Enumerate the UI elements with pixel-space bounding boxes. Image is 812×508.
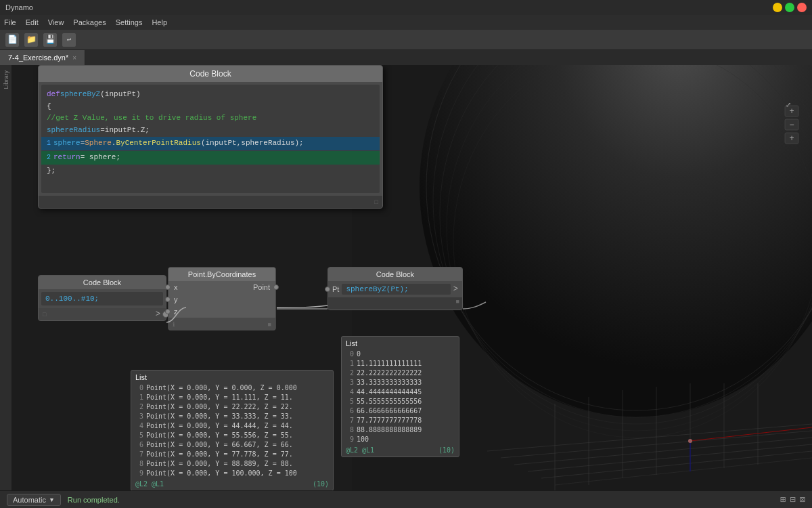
code-line-2: { <box>47 101 374 113</box>
list-val-4: 444.4444444444445 <box>346 387 455 397</box>
list-val-9: 9100 <box>346 435 455 444</box>
port-z-left <box>165 309 171 314</box>
tab-close-icon[interactable]: × <box>72 54 76 62</box>
arrow-right-icon: > <box>156 310 160 319</box>
menu-help[interactable]: Help <box>152 18 167 26</box>
port-x-left <box>165 284 171 290</box>
code-block-small[interactable]: Code Block 0..100..#10; > □ <box>38 275 166 321</box>
code-block-main-header: Code Block <box>39 66 382 82</box>
toolbar-new-icon[interactable]: 📄 <box>5 33 19 47</box>
menu-view[interactable]: View <box>48 18 64 26</box>
list-val-7: 777.7777777777778 <box>346 416 455 425</box>
code-line-5: 1 sphere = Sphere . ByCenterPointRadius … <box>41 137 380 150</box>
bottombar: Automatic ▼ Run completed. ⊞ ⊟ ⊠ <box>0 490 812 508</box>
list-values-footer-left: @L2 @L1 <box>346 446 374 454</box>
code-line-7: }; <box>47 165 374 177</box>
code-block-main-body[interactable]: def sphereByZ (inputPt) { //get Z Value,… <box>41 85 380 193</box>
list-panel-values: List 00 111.1111111111111 222.2222222222… <box>341 336 459 457</box>
list-val-8: 888.8888888888889 <box>346 425 455 435</box>
resize-handle-icon: □ <box>375 199 378 206</box>
port-z-label: z <box>174 308 178 316</box>
list-panel-points: List 0Point(X = 0.000, Y = 0.000, Z = 0.… <box>131 370 334 490</box>
bottom-layout-icon[interactable]: ⊞ <box>780 494 786 505</box>
port-x-label: x <box>174 283 178 291</box>
list-values-footer-right: (10) <box>438 446 455 454</box>
sidebar-library-label: Library <box>3 70 9 89</box>
menu-edit[interactable]: Edit <box>26 18 39 26</box>
menubar: File Edit View Packages Settings Help <box>0 15 812 30</box>
list-points-footer-left: @L2 @L1 <box>135 480 164 488</box>
pbc-resize-handle: ■ <box>268 322 271 329</box>
sphere-arrow-icon: > <box>453 284 458 294</box>
sphere-cb-footer: ■ <box>328 297 462 310</box>
list-point-0: 0Point(X = 0.000, Y = 0.000, Z = 0.000 <box>135 383 329 393</box>
code-block-sphere-header: Code Block <box>328 268 462 281</box>
node-pbc-header: Point.ByCoordinates <box>168 268 275 281</box>
list-points-footer: @L2 @L1 (10) <box>135 480 329 488</box>
port-y-left <box>165 297 171 302</box>
run-mode-dropdown[interactable]: Automatic ▼ <box>7 494 61 506</box>
bottom-view-icon[interactable]: ⊠ <box>800 494 805 505</box>
port-point-right <box>273 284 279 290</box>
menu-packages[interactable]: Packages <box>73 18 106 26</box>
list-point-3: 3Point(X = 0.000, Y = 33.333, Z = 33. <box>135 412 329 421</box>
titlebar: Dynamo <box>0 0 812 15</box>
list-val-2: 222.2222222222222 <box>346 368 455 378</box>
list-val-6: 666.6666666666667 <box>346 406 455 416</box>
status-text: Run completed. <box>68 496 120 504</box>
code-line-4: sphereRadius =inputPt.Z; <box>47 125 374 137</box>
close-button[interactable] <box>797 3 807 12</box>
maximize-button[interactable] <box>785 3 794 12</box>
menu-settings[interactable]: Settings <box>116 18 143 26</box>
pbc-row-x: x Point <box>168 281 275 293</box>
sidebar: Library <box>0 65 12 490</box>
sphere-port-label: Pt <box>332 285 339 293</box>
sphere-port-left <box>325 287 330 292</box>
svg-text:+: + <box>789 134 794 144</box>
tab-exercise[interactable]: 7-4_Exercise.dyn* × <box>0 50 85 65</box>
svg-text:−: − <box>789 121 794 130</box>
canvas[interactable]: + − + ⤢ Code Block <box>12 65 812 490</box>
pbc-info-icon: ℹ <box>173 321 175 329</box>
resize-handle-small: □ <box>43 312 46 318</box>
list-val-1: 111.1111111111111 <box>346 359 455 368</box>
toolbar-undo-icon[interactable]: ↩ <box>62 33 76 47</box>
code-block-sphere-body: Pt sphereByZ(Pt); > <box>328 281 462 297</box>
minimize-button[interactable] <box>773 3 782 12</box>
node-point-by-coordinates[interactable]: Point.ByCoordinates x Point y z ■ ℹ <box>168 267 276 331</box>
dropdown-arrow-icon: ▼ <box>49 496 55 503</box>
titlebar-controls <box>773 3 807 12</box>
sphere-code-box: sphereByZ(Pt); <box>342 284 450 295</box>
list-point-1: 1Point(X = 0.000, Y = 11.111, Z = 11. <box>135 393 329 402</box>
main-area: Library <box>0 65 812 490</box>
list-point-7: 7Point(X = 0.000, Y = 77.778, Z = 77. <box>135 450 329 459</box>
sphere-resize-handle: ■ <box>456 299 459 305</box>
toolbar-save-icon[interactable]: 💾 <box>43 33 57 47</box>
code-block-small-code: 0..100..#10; <box>45 295 99 303</box>
toolbar-open-icon[interactable]: 📁 <box>24 33 38 47</box>
port-right-point: Point <box>253 283 270 291</box>
run-mode-label: Automatic <box>13 496 46 504</box>
titlebar-title: Dynamo <box>5 3 33 12</box>
node-pbc-footer: ■ ℹ <box>168 318 275 330</box>
list-values-title: List <box>346 339 455 347</box>
port-y-label: y <box>174 295 178 303</box>
bottom-split-icon[interactable]: ⊟ <box>790 494 795 505</box>
code-block-main[interactable]: Code Block def sphereByZ (inputPt) { //g… <box>38 65 383 209</box>
code-line-1: def sphereByZ (inputPt) <box>47 89 374 101</box>
code-block-small-header: Code Block <box>39 276 166 289</box>
sphere-code-text: sphereByZ(Pt); <box>346 285 408 293</box>
pbc-row-y: y <box>168 293 275 305</box>
code-line-6: 2 return = sphere; <box>41 151 380 165</box>
tab-label: 7-4_Exercise.dyn* <box>8 54 68 62</box>
code-block-main-footer: □ <box>39 196 382 208</box>
list-point-2: 2Point(X = 0.000, Y = 22.222, Z = 22. <box>135 402 329 412</box>
list-val-3: 333.3333333333333 <box>346 378 455 387</box>
list-points-footer-right: (10) <box>313 480 329 488</box>
list-point-6: 6Point(X = 0.000, Y = 66.667, Z = 66. <box>135 440 329 450</box>
code-block-sphere[interactable]: Code Block Pt sphereByZ(Pt); > ■ <box>328 267 463 310</box>
bottom-right-icons: ⊞ ⊟ ⊠ <box>780 494 805 505</box>
menu-file[interactable]: File <box>4 18 16 26</box>
svg-point-22 <box>688 439 692 443</box>
code-block-small-body[interactable]: 0..100..#10; <box>41 292 163 305</box>
